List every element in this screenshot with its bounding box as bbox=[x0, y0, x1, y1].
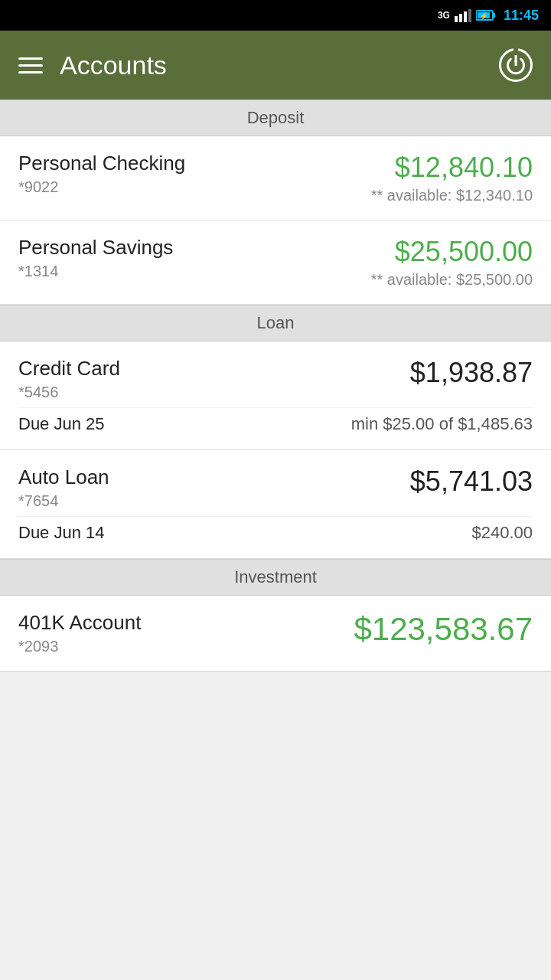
account-left-auto: Auto Loan *7654 bbox=[18, 466, 109, 510]
account-left-401k: 401K Account *2093 bbox=[18, 611, 141, 655]
account-left-savings: Personal Savings *1314 bbox=[18, 236, 173, 280]
battery-icon: ⚡ bbox=[476, 9, 496, 21]
account-number-savings: *1314 bbox=[18, 263, 173, 280]
account-number-auto: *7654 bbox=[18, 492, 109, 510]
menu-button[interactable] bbox=[18, 57, 43, 74]
account-number-401k: *2093 bbox=[18, 638, 141, 655]
account-balance-checking: $12,840.10 bbox=[395, 152, 533, 184]
account-401k[interactable]: 401K Account *2093 $123,583.67 bbox=[0, 596, 551, 671]
due-row-cc: Due Jun 25 min $25.00 of $1,485.63 bbox=[18, 407, 533, 434]
account-number-cc: *5456 bbox=[18, 384, 120, 401]
svg-rect-2 bbox=[464, 11, 467, 22]
due-amount-auto: $240.00 bbox=[471, 523, 533, 543]
bottom-divider bbox=[0, 671, 551, 672]
svg-rect-3 bbox=[468, 9, 471, 22]
section-deposit-label: Deposit bbox=[247, 108, 305, 128]
account-right-checking: $12,840.10 ** available: $12,340.10 bbox=[371, 152, 533, 204]
account-right-401k: $123,583.67 bbox=[354, 611, 533, 648]
account-right-cc: $1,938.87 bbox=[410, 357, 533, 389]
due-amount-cc: min $25.00 of $1,485.63 bbox=[351, 414, 533, 434]
status-icons: 3G ⚡ 11:45 bbox=[438, 8, 539, 24]
signal-3g-label: 3G bbox=[438, 10, 450, 21]
accounts-container: Deposit Personal Checking *9022 $12,840.… bbox=[0, 100, 551, 672]
account-name-401k: 401K Account bbox=[18, 611, 141, 635]
account-name-savings: Personal Savings bbox=[18, 236, 173, 260]
section-deposit: Deposit bbox=[0, 100, 551, 136]
section-investment-label: Investment bbox=[234, 567, 317, 587]
account-balance-401k: $123,583.67 bbox=[354, 611, 533, 648]
account-number-checking: *9022 bbox=[18, 178, 185, 196]
account-credit-card[interactable]: Credit Card *5456 $1,938.87 Due Jun 25 m… bbox=[0, 341, 551, 450]
due-date-cc: Due Jun 25 bbox=[18, 414, 105, 434]
account-right-auto: $5,741.03 bbox=[410, 466, 533, 498]
account-left-cc: Credit Card *5456 bbox=[18, 357, 120, 401]
section-loan-label: Loan bbox=[257, 313, 295, 333]
account-balance-auto: $5,741.03 bbox=[410, 466, 533, 498]
section-loan: Loan bbox=[0, 305, 551, 341]
account-balance-cc: $1,938.87 bbox=[410, 357, 533, 389]
svg-rect-0 bbox=[455, 16, 458, 22]
account-auto-loan[interactable]: Auto Loan *7654 $5,741.03 Due Jun 14 $24… bbox=[0, 450, 551, 559]
app-bar: Accounts bbox=[0, 31, 551, 100]
account-right-savings: $25,500.00 ** available: $25,500.00 bbox=[371, 236, 533, 289]
section-investment: Investment bbox=[0, 559, 551, 596]
account-available-checking: ** available: $12,340.10 bbox=[371, 187, 533, 204]
account-left-checking: Personal Checking *9022 bbox=[18, 152, 185, 196]
account-personal-savings[interactable]: Personal Savings *1314 $25,500.00 ** ava… bbox=[0, 220, 551, 305]
account-balance-savings: $25,500.00 bbox=[395, 236, 533, 268]
due-row-auto: Due Jun 14 $240.00 bbox=[18, 516, 533, 543]
signal-bars-icon bbox=[455, 8, 471, 22]
svg-text:⚡: ⚡ bbox=[480, 11, 489, 21]
svg-rect-1 bbox=[459, 14, 462, 22]
account-name-cc: Credit Card bbox=[18, 357, 120, 381]
account-name-auto: Auto Loan bbox=[18, 466, 109, 489]
svg-rect-5 bbox=[493, 13, 495, 18]
app-bar-left: Accounts bbox=[18, 51, 167, 80]
account-available-savings: ** available: $25,500.00 bbox=[371, 271, 533, 289]
page-title: Accounts bbox=[60, 51, 167, 80]
status-time-label: 11:45 bbox=[504, 8, 539, 24]
account-name-checking: Personal Checking bbox=[18, 152, 185, 175]
power-button[interactable] bbox=[499, 48, 533, 82]
due-date-auto: Due Jun 14 bbox=[18, 523, 105, 543]
account-personal-checking[interactable]: Personal Checking *9022 $12,840.10 ** av… bbox=[0, 136, 551, 220]
status-bar: 3G ⚡ 11:45 bbox=[0, 0, 551, 31]
